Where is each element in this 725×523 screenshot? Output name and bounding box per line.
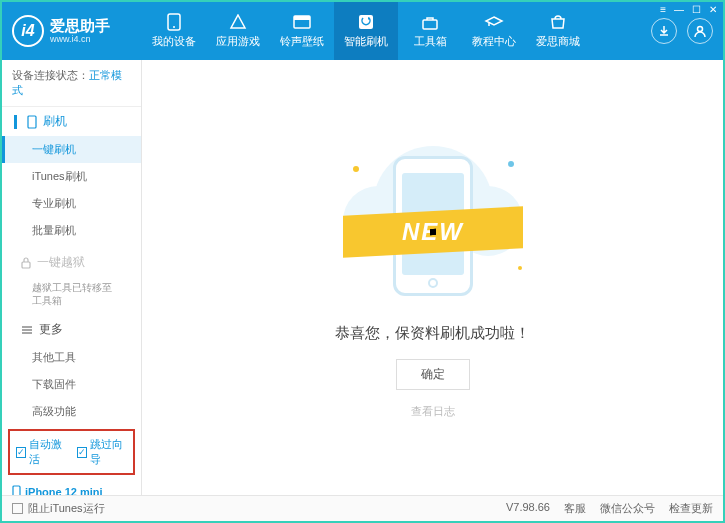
sidebar-cat-more[interactable]: 更多 — [2, 315, 141, 344]
phone-icon — [164, 13, 184, 31]
svg-rect-4 — [359, 15, 373, 29]
user-icon[interactable] — [687, 18, 713, 44]
apps-icon — [228, 13, 248, 31]
checkbox-skip-guide[interactable]: ✓跳过向导 — [77, 437, 128, 467]
sidebar-item-advanced[interactable]: 高级功能 — [2, 398, 141, 425]
nav-my-device[interactable]: 我的设备 — [142, 2, 206, 60]
nav-toolbox[interactable]: 工具箱 — [398, 2, 462, 60]
close-button[interactable]: ✕ — [709, 4, 717, 15]
footer: 阻止iTunes运行 V7.98.66 客服 微信公众号 检查更新 — [2, 495, 723, 521]
svg-point-1 — [173, 26, 175, 28]
main-content: NEW 恭喜您，保资料刷机成功啦！ 确定 查看日志 — [142, 60, 723, 495]
block-itunes-label: 阻止iTunes运行 — [28, 501, 105, 516]
wallpaper-icon — [292, 13, 312, 31]
app-url: www.i4.cn — [50, 34, 110, 44]
sidebar-cat-flash[interactable]: 刷机 — [2, 107, 141, 136]
sidebar-item-oneclick[interactable]: 一键刷机 — [2, 136, 141, 163]
sidebar-cat-jailbreak: 一键越狱 — [2, 248, 141, 277]
illustration: NEW — [323, 136, 543, 306]
logo-icon: i4 — [12, 15, 44, 47]
jailbreak-note: 越狱工具已转移至 工具箱 — [2, 277, 141, 311]
sidebar-item-other[interactable]: 其他工具 — [2, 344, 141, 371]
ok-button[interactable]: 确定 — [396, 359, 470, 390]
download-icon[interactable] — [651, 18, 677, 44]
version-label: V7.98.66 — [506, 501, 550, 516]
options-box: ✓自动激活 ✓跳过向导 — [8, 429, 135, 475]
cap-icon — [484, 13, 504, 31]
view-log-link[interactable]: 查看日志 — [411, 404, 455, 419]
checkbox-block-itunes[interactable] — [12, 503, 23, 514]
success-message: 恭喜您，保资料刷机成功啦！ — [335, 324, 530, 343]
nav-apps[interactable]: 应用游戏 — [206, 2, 270, 60]
maximize-button[interactable]: ☐ — [692, 4, 701, 15]
sidebar-item-itunes[interactable]: iTunes刷机 — [2, 163, 141, 190]
update-link[interactable]: 检查更新 — [669, 501, 713, 516]
store-icon — [548, 13, 568, 31]
flash-icon — [356, 13, 376, 31]
lock-icon — [21, 257, 31, 269]
sidebar-item-firmware[interactable]: 下载固件 — [2, 371, 141, 398]
nav-ringtones[interactable]: 铃声壁纸 — [270, 2, 334, 60]
toolbox-icon — [420, 13, 440, 31]
window-controls: ≡ — ☐ ✕ — [660, 4, 717, 15]
menu-icon[interactable]: ≡ — [660, 4, 666, 15]
sidebar-item-pro[interactable]: 专业刷机 — [2, 190, 141, 217]
phone-small-icon — [27, 115, 37, 129]
more-icon — [21, 325, 33, 335]
sidebar: 设备连接状态：正常模式 刷机 一键刷机 iTunes刷机 专业刷机 批量刷机 一… — [2, 60, 142, 495]
service-link[interactable]: 客服 — [564, 501, 586, 516]
minimize-button[interactable]: — — [674, 4, 684, 15]
nav: 我的设备 应用游戏 铃声壁纸 智能刷机 工具箱 教程中心 爱思商城 — [142, 2, 651, 60]
header: i4 爱思助手 www.i4.cn 我的设备 应用游戏 铃声壁纸 智能刷机 工具… — [2, 2, 723, 60]
nav-store[interactable]: 爱思商城 — [526, 2, 590, 60]
logo-area: i4 爱思助手 www.i4.cn — [2, 2, 142, 60]
wechat-link[interactable]: 微信公众号 — [600, 501, 655, 516]
svg-point-6 — [698, 27, 703, 32]
app-name: 爱思助手 — [50, 18, 110, 35]
svg-rect-5 — [423, 20, 437, 29]
svg-rect-3 — [294, 16, 310, 20]
svg-rect-7 — [28, 116, 36, 128]
connection-status: 设备连接状态：正常模式 — [2, 60, 141, 107]
nav-tutorials[interactable]: 教程中心 — [462, 2, 526, 60]
nav-flash[interactable]: 智能刷机 — [334, 2, 398, 60]
sidebar-item-batch[interactable]: 批量刷机 — [2, 217, 141, 244]
checkbox-auto-activate[interactable]: ✓自动激活 — [16, 437, 67, 467]
svg-rect-8 — [22, 262, 30, 268]
